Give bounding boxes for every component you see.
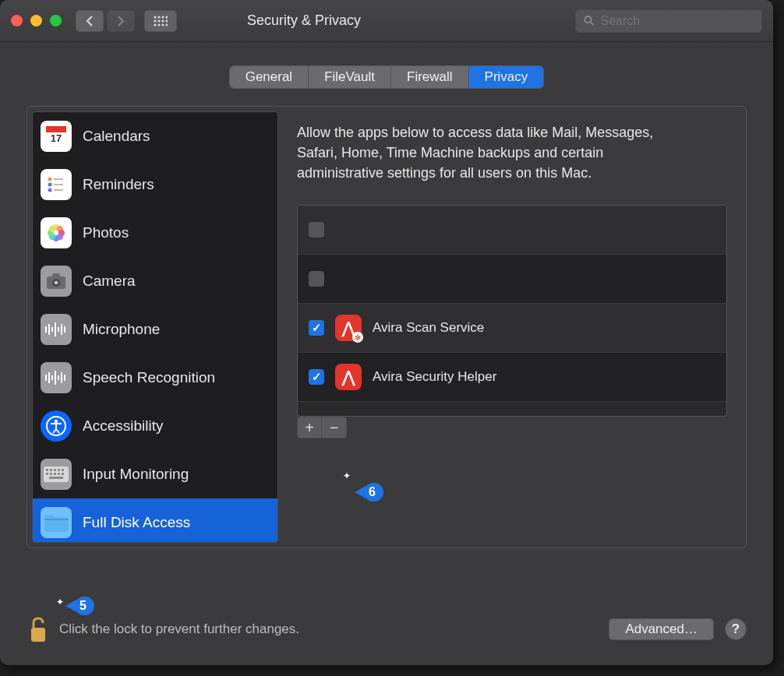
svg-point-12: [584, 16, 591, 23]
calendar-icon: 17: [41, 121, 72, 152]
svg-point-16: [48, 178, 52, 181]
svg-point-3: [165, 16, 168, 18]
svg-rect-54: [58, 469, 60, 471]
sidebar-item-label: Accessibility: [83, 417, 163, 435]
avira-icon: ⋀: [335, 364, 362, 390]
app-row-avira-security-helper[interactable]: ⋀ Avira Security Helper: [298, 353, 726, 402]
tab-general[interactable]: General: [230, 66, 309, 88]
svg-rect-59: [58, 473, 60, 475]
svg-rect-40: [64, 326, 65, 333]
svg-rect-61: [49, 477, 63, 479]
app-checkbox[interactable]: [309, 369, 324, 385]
svg-point-5: [157, 19, 160, 22]
forward-button[interactable]: [107, 10, 135, 32]
remove-app-button[interactable]: −: [322, 417, 347, 438]
back-button[interactable]: [76, 10, 104, 32]
add-app-button[interactable]: +: [297, 417, 322, 438]
svg-point-8: [154, 23, 156, 26]
callout-marker-5: 5: [75, 597, 94, 615]
sidebar-item-label: Photos: [83, 224, 129, 241]
search-field[interactable]: [575, 9, 762, 33]
speech-recognition-icon: [41, 362, 72, 393]
lock-button[interactable]: [26, 615, 50, 643]
tab-privacy[interactable]: Privacy: [469, 66, 544, 88]
svg-point-9: [157, 23, 160, 26]
svg-rect-52: [50, 469, 52, 471]
advanced-button[interactable]: Advanced…: [609, 618, 714, 640]
privacy-sidebar[interactable]: 17 Calendars Reminders Photos: [32, 111, 278, 543]
window-title: Security & Privacy: [247, 12, 361, 29]
app-checkbox[interactable]: [309, 271, 324, 287]
svg-rect-58: [54, 473, 56, 475]
svg-point-18: [48, 188, 52, 192]
sidebar-item-calendars[interactable]: 17 Calendars: [33, 112, 277, 160]
svg-rect-53: [54, 469, 56, 471]
sidebar-item-label: Full Disk Access: [83, 514, 190, 531]
svg-rect-39: [61, 324, 62, 335]
sidebar-item-label: Calendars: [83, 128, 150, 145]
sidebar-item-photos[interactable]: Photos: [33, 209, 277, 257]
svg-point-7: [165, 19, 168, 22]
sidebar-item-label: Reminders: [83, 176, 154, 193]
tab-bar: General FileVault Firewall Privacy: [0, 65, 773, 89]
show-all-button[interactable]: [144, 10, 177, 32]
svg-point-1: [157, 16, 160, 18]
microphone-icon: [41, 314, 72, 345]
app-checkbox[interactable]: [309, 320, 324, 336]
sidebar-item-full-disk-access[interactable]: Full Disk Access: [33, 498, 277, 543]
detail-panel: Allow the apps below to access data like…: [278, 107, 746, 547]
svg-rect-41: [45, 375, 47, 381]
search-icon: [584, 15, 595, 26]
tab-firewall[interactable]: Firewall: [391, 66, 469, 88]
app-row[interactable]: [298, 206, 726, 255]
app-list[interactable]: ⋀✻ Avira Scan Service ⋀ Avira Security H…: [297, 205, 727, 417]
close-window-button[interactable]: [11, 15, 23, 26]
callout-sparkle: ✦: [343, 470, 351, 481]
tab-filevault[interactable]: FileVault: [309, 66, 391, 88]
nav-buttons: [76, 10, 135, 32]
sidebar-item-label: Input Monitoring: [83, 466, 189, 483]
svg-rect-31: [52, 273, 60, 278]
svg-rect-62: [44, 519, 69, 520]
sidebar-item-speech-recognition[interactable]: Speech Recognition: [33, 354, 277, 402]
svg-rect-37: [55, 322, 56, 336]
svg-rect-34: [45, 326, 47, 333]
svg-rect-38: [58, 327, 59, 332]
svg-rect-47: [64, 375, 65, 381]
sidebar-item-label: Microphone: [83, 321, 160, 338]
unlocked-lock-icon: [26, 615, 50, 643]
app-name: Avira Security Helper: [373, 369, 496, 385]
sidebar-item-input-monitoring[interactable]: Input Monitoring: [33, 450, 277, 498]
photos-icon: [41, 217, 72, 248]
footer: Click the lock to prevent further change…: [26, 606, 747, 653]
sidebar-item-microphone[interactable]: Microphone: [33, 305, 277, 354]
minimize-window-button[interactable]: [30, 15, 42, 26]
titlebar: Security & Privacy: [0, 0, 773, 42]
app-checkbox[interactable]: [309, 222, 324, 238]
svg-rect-44: [55, 371, 56, 385]
sidebar-item-reminders[interactable]: Reminders: [33, 160, 277, 209]
grid-icon: [154, 16, 168, 26]
app-row[interactable]: [298, 255, 726, 304]
sidebar-item-accessibility[interactable]: Accessibility: [33, 402, 277, 450]
folder-icon: [41, 507, 72, 538]
svg-point-11: [165, 23, 168, 26]
search-input[interactable]: [601, 14, 754, 28]
svg-rect-55: [62, 469, 64, 471]
svg-rect-45: [58, 375, 59, 380]
app-row-avira-scan-service[interactable]: ⋀✻ Avira Scan Service: [298, 304, 726, 353]
svg-point-17: [48, 183, 52, 187]
sidebar-item-label: Camera: [83, 273, 136, 290]
svg-point-49: [55, 420, 58, 423]
svg-point-4: [154, 19, 156, 22]
help-button[interactable]: ?: [725, 618, 747, 640]
svg-point-6: [161, 19, 164, 22]
sidebar-item-camera[interactable]: Camera: [33, 257, 277, 305]
svg-rect-42: [48, 372, 50, 383]
content-panel: 17 Calendars Reminders Photos: [26, 106, 747, 548]
app-name: Avira Scan Service: [373, 320, 484, 336]
keyboard-icon: [41, 459, 72, 490]
chevron-right-icon: [116, 16, 125, 26]
maximize-window-button[interactable]: [50, 15, 62, 26]
lock-text: Click the lock to prevent further change…: [59, 621, 299, 637]
